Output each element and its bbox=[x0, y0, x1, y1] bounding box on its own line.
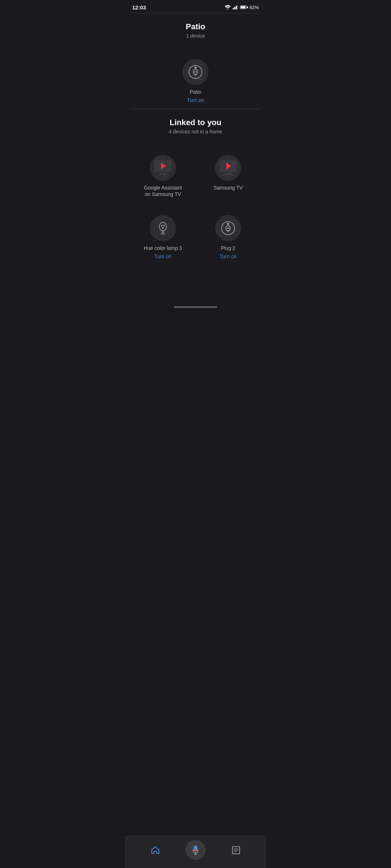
patio-device: Patio Turn on bbox=[125, 53, 266, 109]
svg-rect-4 bbox=[237, 5, 238, 9]
plug2-icon bbox=[221, 221, 235, 235]
svg-rect-17 bbox=[228, 227, 230, 229]
device-samsung-tv: Samsung TV bbox=[197, 149, 259, 205]
device-hue-lamp: Hue color lamp 3 Turn on bbox=[132, 209, 194, 265]
patio-device-icon-wrapper bbox=[182, 59, 209, 85]
device-plug2: Plug 2 Turn on bbox=[197, 209, 259, 265]
svg-rect-1 bbox=[233, 8, 234, 9]
lamp-icon bbox=[155, 220, 171, 236]
patio-section: Patio 1 device bbox=[125, 13, 266, 53]
tv-icon-1 bbox=[154, 160, 172, 175]
linked-title: Linked to you bbox=[132, 118, 259, 127]
linked-subtitle: 4 devices not in a home bbox=[132, 129, 259, 135]
samsung-tv-icon bbox=[215, 155, 241, 181]
patio-device-name: Patio bbox=[190, 89, 201, 95]
patio-plug-icon bbox=[188, 65, 203, 79]
wifi-icon bbox=[225, 5, 231, 9]
linked-section: Linked to you 4 devices not in a home bbox=[125, 109, 266, 149]
hue-lamp-name: Hue color lamp 3 bbox=[144, 245, 182, 251]
svg-rect-10 bbox=[195, 75, 196, 76]
plug2-icon-wrapper bbox=[215, 215, 241, 241]
status-bar: 12:03 82% bbox=[125, 0, 266, 13]
svg-point-12 bbox=[161, 233, 165, 234]
home-indicator bbox=[174, 306, 217, 308]
hue-lamp-icon-wrapper bbox=[150, 215, 176, 241]
battery-percentage: 82% bbox=[249, 5, 259, 10]
linked-devices-grid: Google Assistanton Samsung TV Samsung TV bbox=[125, 149, 266, 272]
svg-rect-2 bbox=[234, 7, 235, 9]
google-samsung-tv-name: Google Assistanton Samsung TV bbox=[144, 184, 182, 197]
svg-rect-9 bbox=[196, 71, 197, 73]
tv-icon-2 bbox=[219, 160, 237, 175]
svg-rect-18 bbox=[228, 231, 229, 232]
patio-turn-on-button[interactable]: Turn on bbox=[187, 97, 204, 103]
device-google-samsung-tv: Google Assistanton Samsung TV bbox=[132, 149, 194, 205]
svg-rect-8 bbox=[194, 71, 196, 73]
svg-point-14 bbox=[227, 223, 229, 225]
svg-point-0 bbox=[227, 9, 228, 10]
hue-lamp-turn-on-button[interactable]: Turn on bbox=[154, 254, 172, 259]
plug2-name: Plug 2 bbox=[221, 245, 235, 251]
svg-point-6 bbox=[194, 67, 197, 69]
battery-icon bbox=[240, 5, 247, 9]
svg-rect-3 bbox=[236, 6, 237, 9]
system-icons: 82% bbox=[225, 5, 259, 10]
plug2-turn-on-button[interactable]: Turn on bbox=[219, 254, 237, 259]
status-time: 12:03 bbox=[132, 4, 146, 10]
patio-title: Patio bbox=[132, 22, 259, 31]
samsung-tv-name: Samsung TV bbox=[214, 184, 243, 191]
signal-icon bbox=[233, 5, 238, 9]
google-samsung-tv-icon bbox=[150, 155, 176, 181]
patio-subtitle: 1 device bbox=[132, 33, 259, 39]
svg-rect-16 bbox=[227, 227, 228, 229]
